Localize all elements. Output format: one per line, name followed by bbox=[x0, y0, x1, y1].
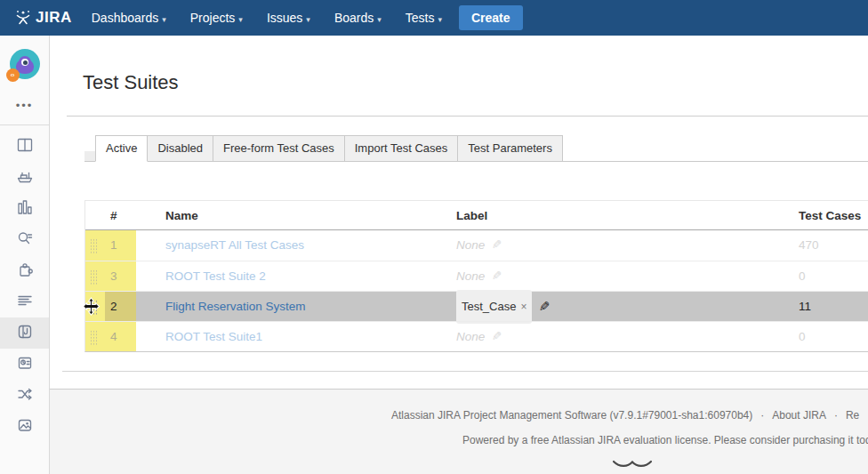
releases-ship-icon bbox=[16, 167, 34, 189]
page-title: Test Suites bbox=[83, 71, 179, 94]
main-nav: Dashboards▾ Projects▾ Issues▾ Boards▾ Te… bbox=[92, 11, 442, 25]
tab-disabled[interactable]: Disabled bbox=[147, 135, 213, 162]
table-row: 4 ROOT Test Suite1 None ✎ 0 bbox=[85, 321, 868, 351]
test-suites-page-icon bbox=[16, 323, 34, 344]
test-case-count: 11 bbox=[799, 292, 868, 321]
jira-logo[interactable]: JIRA bbox=[14, 9, 72, 27]
shuffle-icon bbox=[16, 385, 34, 406]
suite-name-link[interactable]: ROOT Test Suite 2 bbox=[165, 269, 266, 283]
reports-barchart-icon bbox=[16, 198, 34, 220]
project-avatar[interactable]: ‹› bbox=[10, 49, 40, 79]
table-row-dragging: 2 Flight Reservation System Test_Case × … bbox=[85, 291, 868, 321]
drag-handle-icon[interactable] bbox=[90, 238, 98, 253]
sidebar-item-report-card[interactable] bbox=[0, 349, 49, 380]
table-row: 3 ROOT Test Suite 2 None ✎ 0 bbox=[85, 261, 868, 291]
nav-boards[interactable]: Boards▾ bbox=[334, 11, 382, 25]
test-case-count: 0 bbox=[799, 322, 868, 351]
board-columns-icon bbox=[16, 136, 34, 157]
suite-name-link[interactable]: Flight Reservation System bbox=[165, 300, 306, 313]
column-header-test-cases: Test Cases bbox=[799, 201, 868, 229]
drag-handle-icon[interactable] bbox=[90, 269, 98, 285]
table-header-row: # Name Label Test Cases bbox=[85, 201, 868, 230]
tab-active[interactable]: Active bbox=[95, 135, 148, 162]
nav-tests[interactable]: Tests▾ bbox=[406, 11, 442, 25]
project-sidebar: ‹› ••• bbox=[0, 36, 50, 474]
app-header: JIRA Dashboards▾ Projects▾ Issues▾ Board… bbox=[0, 0, 868, 36]
media-image-icon bbox=[16, 416, 34, 438]
chevron-down-icon: ▾ bbox=[438, 15, 442, 24]
about-jira-link[interactable]: About JIRA bbox=[772, 409, 826, 422]
sidebar-item-addons[interactable] bbox=[0, 255, 49, 286]
title-divider bbox=[67, 116, 868, 116]
suite-order: 1 bbox=[105, 230, 136, 261]
remove-label-icon[interactable]: × bbox=[520, 292, 526, 322]
sidebar-item-backlog[interactable] bbox=[0, 286, 49, 317]
suite-order: 3 bbox=[105, 261, 136, 291]
label-tag: Test_Case × bbox=[456, 290, 532, 324]
sidebar-more-button[interactable]: ••• bbox=[0, 99, 49, 112]
sidebar-item-media[interactable] bbox=[0, 411, 49, 442]
edit-label-pencil-icon[interactable]: ✎ bbox=[492, 230, 502, 261]
tab-import-test-cases[interactable]: Import Test Cases bbox=[344, 135, 459, 162]
tab-bar: Active Disabled Free-form Test Cases Imp… bbox=[84, 135, 868, 162]
jira-logo-text: JIRA bbox=[36, 9, 72, 27]
tab-test-parameters[interactable]: Test Parameters bbox=[457, 135, 563, 162]
chevron-down-icon: ▾ bbox=[238, 15, 243, 24]
report-problem-link[interactable]: Re bbox=[846, 409, 859, 422]
sidebar-divider bbox=[0, 125, 49, 125]
label-none: None bbox=[456, 322, 485, 352]
edit-label-pencil-icon[interactable]: ✎ bbox=[492, 261, 502, 292]
atlassian-logo-icon bbox=[612, 457, 653, 474]
footer-credit-line: Atlassian JIRA Project Management Softwa… bbox=[391, 409, 859, 422]
sidebar-item-reports[interactable] bbox=[0, 193, 49, 224]
sidebar-item-issues[interactable] bbox=[0, 224, 49, 255]
column-header-name: Name bbox=[136, 201, 456, 229]
main-content: Test Suites Active Disabled Free-form Te… bbox=[50, 36, 868, 474]
drag-handle-icon[interactable] bbox=[90, 330, 98, 345]
label-none: None bbox=[456, 230, 485, 261]
suite-order: 2 bbox=[105, 292, 136, 321]
page-footer: Atlassian JIRA Project Management Softwa… bbox=[50, 389, 868, 474]
edit-label-pencil-icon[interactable]: ✎ bbox=[492, 322, 502, 352]
sidebar-item-board[interactable] bbox=[0, 131, 49, 162]
sidebar-item-test-suites[interactable] bbox=[0, 317, 49, 349]
suite-order: 4 bbox=[105, 322, 136, 351]
content-divider bbox=[62, 371, 868, 372]
label-none: None bbox=[456, 261, 485, 292]
test-case-count: 0 bbox=[799, 261, 868, 291]
add-ons-puzzle-icon bbox=[16, 261, 34, 282]
chevron-down-icon: ▾ bbox=[306, 15, 310, 24]
nav-dashboards[interactable]: Dashboards▾ bbox=[92, 11, 166, 25]
dev-badge-icon: ‹› bbox=[6, 68, 20, 82]
nav-projects[interactable]: Projects▾ bbox=[190, 11, 243, 25]
chevron-down-icon: ▾ bbox=[162, 15, 166, 24]
column-header-label: Label bbox=[456, 201, 799, 229]
create-button[interactable]: Create bbox=[459, 5, 523, 30]
column-header-num: # bbox=[105, 201, 136, 229]
edit-label-pencil-icon[interactable]: ✎ bbox=[539, 292, 551, 322]
footer-license-line: Powered by a free Atlassian JIRA evaluat… bbox=[462, 434, 868, 446]
report-card-icon bbox=[16, 354, 34, 375]
tab-free-form-test-cases[interactable]: Free-form Test Cases bbox=[213, 135, 345, 162]
issues-search-icon bbox=[16, 229, 34, 251]
nav-issues[interactable]: Issues▾ bbox=[267, 11, 310, 25]
backlog-lines-icon bbox=[16, 292, 34, 313]
suite-name-link[interactable]: ROOT Test Suite1 bbox=[165, 330, 262, 343]
test-case-count: 470 bbox=[799, 230, 868, 261]
jira-logo-icon bbox=[14, 9, 32, 27]
suite-name-link[interactable]: synapseRT All Test Cases bbox=[165, 238, 304, 252]
table-row: 1 synapseRT All Test Cases None ✎ 470 bbox=[85, 230, 868, 261]
sidebar-item-shuffle[interactable] bbox=[0, 380, 49, 411]
sidebar-item-releases[interactable] bbox=[0, 162, 49, 193]
chevron-down-icon: ▾ bbox=[377, 15, 382, 24]
test-suites-table: # Name Label Test Cases 1 synapseRT All … bbox=[84, 200, 868, 352]
move-cursor-icon[interactable] bbox=[82, 297, 100, 318]
